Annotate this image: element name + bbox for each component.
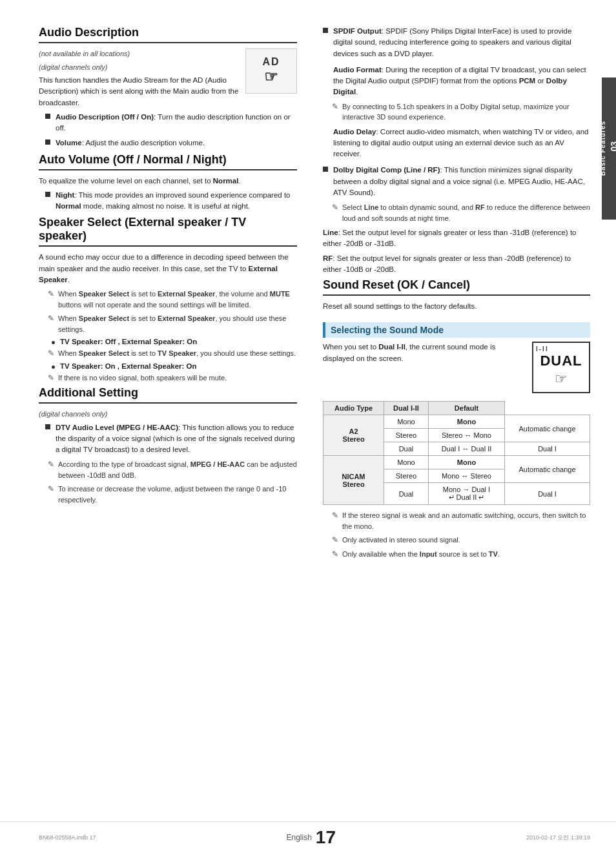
audio-format-note: ✎ By connecting to 5.1ch speakers in a D… bbox=[323, 101, 590, 123]
note-pencil-icon: ✎ bbox=[48, 373, 54, 382]
audio-description-title: Audio Description bbox=[39, 26, 297, 43]
additional-sub-note-2-text: To increase or decrease the volume, adju… bbox=[58, 484, 297, 505]
dual-image: I-II DUAL ☞ bbox=[532, 342, 590, 393]
additional-bullet-1: DTV Audio Level (MPEG / HE-AAC): This fu… bbox=[39, 422, 297, 456]
ad-hand-icon: ☞ bbox=[264, 68, 278, 86]
note-pencil-icon: ✎ bbox=[48, 289, 54, 298]
note-pencil-icon: ✎ bbox=[48, 314, 54, 323]
table-note-3-text: Only available when the Input source is … bbox=[342, 549, 590, 560]
note-pencil-icon: ✎ bbox=[48, 349, 54, 358]
section-speaker-select: Speaker Select (External speaker / TV sp… bbox=[39, 216, 297, 383]
page-number-section: English 17 bbox=[286, 827, 336, 848]
note-pencil-icon: ✎ bbox=[332, 203, 338, 212]
table-cell-automatic: Automatic change bbox=[505, 415, 590, 442]
speaker-select-title: Speaker Select (External speaker / TV sp… bbox=[39, 216, 297, 247]
av-bullet-1: Night: This mode provides an improved so… bbox=[39, 190, 297, 212]
section-additional-setting: Additional Setting (digital channels onl… bbox=[39, 386, 297, 505]
note-pencil-icon: ✎ bbox=[48, 460, 54, 469]
bullet-square-icon bbox=[45, 192, 50, 197]
table-cell-nicam-automatic: Automatic change bbox=[505, 456, 590, 483]
chapter-tab: 03 Basic Features bbox=[602, 77, 616, 220]
table-note-1-text: If the stereo signal is weak and an auto… bbox=[342, 510, 590, 531]
table-row: NICAMStereo Mono Mono Automatic change bbox=[323, 456, 590, 469]
additional-note: (digital channels only) bbox=[39, 409, 297, 420]
table-cell-nicam-dual-dual: Mono → Dual I↵ Dual II ↵ bbox=[428, 483, 504, 505]
main-content: Audio Description AD ☞ (not available in… bbox=[0, 0, 616, 821]
section-spdif: SPDIF Output: SPDIF (Sony Philips Digita… bbox=[323, 26, 590, 159]
table-cell-mono-type: Mono bbox=[384, 415, 429, 429]
additional-setting-title: Additional Setting bbox=[39, 386, 297, 404]
dolby-bullet: Dolby Digital Comp (Line / RF): This fun… bbox=[323, 165, 590, 198]
spdif-bullet: SPDIF Output: SPDIF (Sony Philips Digita… bbox=[323, 26, 590, 59]
ad-bullet-1: Audio Description (Off / On): Turn the a… bbox=[39, 112, 297, 134]
audio-table: Audio Type Dual I-II Default A2Stereo Mo… bbox=[323, 401, 590, 505]
table-row: A2Stereo Mono Mono Automatic change bbox=[323, 415, 590, 429]
table-header-dual: Dual I-II bbox=[384, 402, 429, 415]
note-pencil-icon: ✎ bbox=[332, 511, 338, 520]
table-cell-nicam-stereo-type: Stereo bbox=[384, 469, 429, 483]
sound-mode-title: Selecting the Sound Mode bbox=[323, 322, 590, 338]
ad-bullet-1-text: Audio Description (Off / On): Turn the a… bbox=[56, 112, 297, 134]
audio-format-note-text: By connecting to 5.1ch speakers in a Dol… bbox=[342, 101, 590, 123]
additional-sub-note-2: ✎ To increase or decrease the volume, ad… bbox=[39, 484, 297, 505]
speaker-note-1: ✎ When Speaker Select is set to External… bbox=[39, 289, 297, 310]
additional-sub-note-1: ✎ According to the type of broadcast sig… bbox=[39, 459, 297, 480]
table-note-3: ✎ Only available when the Input source i… bbox=[323, 549, 590, 560]
left-column: Audio Description AD ☞ (not available in… bbox=[39, 26, 316, 802]
table-note-1: ✎ If the stereo signal is weak and an au… bbox=[323, 510, 590, 531]
bullet-square-icon bbox=[323, 28, 328, 33]
dual-main-label: DUAL bbox=[540, 353, 582, 369]
chapter-label: Basic Features bbox=[599, 121, 606, 176]
audio-delay-text: Audio Delay: Correct audio-video mismatc… bbox=[333, 127, 590, 160]
table-cell-stereo-type: Stereo bbox=[384, 429, 429, 442]
dot-bullet-icon bbox=[52, 341, 55, 344]
note-pencil-icon: ✎ bbox=[332, 550, 338, 559]
speaker-note-4-text: If there is no video signal, both speake… bbox=[58, 373, 297, 384]
table-cell-dual-type: Dual bbox=[384, 442, 429, 456]
spdif-text: SPDIF Output: SPDIF (Sony Philips Digita… bbox=[333, 26, 590, 59]
right-column: SPDIF Output: SPDIF (Sony Philips Digita… bbox=[316, 26, 590, 802]
page-container: 03 Basic Features Audio Description AD ☞… bbox=[0, 0, 616, 853]
table-cell-nicam-mono-dual: Mono bbox=[428, 456, 504, 469]
dolby-note: ✎ Select Line to obtain dynamic sound, a… bbox=[323, 202, 590, 223]
bullet-square-icon bbox=[45, 139, 50, 145]
bullet-square-icon bbox=[45, 424, 50, 429]
dolby-text: Dolby Digital Comp (Line / RF): This fun… bbox=[333, 165, 590, 198]
bullet-square-icon bbox=[45, 114, 50, 119]
table-cell-dual-default: Dual I bbox=[505, 442, 590, 456]
sound-reset-title: Sound Reset (OK / Cancel) bbox=[323, 278, 590, 296]
table-cell-nicam: NICAMStereo bbox=[323, 456, 384, 505]
speaker-note-2: ✎ When Speaker Select is set to External… bbox=[39, 313, 297, 334]
note-pencil-icon: ✎ bbox=[48, 484, 54, 493]
auto-volume-intro: To equalize the volume level on each cha… bbox=[39, 176, 297, 187]
page-footer: BN68-02558A.indb 17 English 17 2010-02-1… bbox=[0, 821, 616, 853]
page-label: English bbox=[286, 833, 311, 842]
table-cell-nicam-stereo-dual: Mono ↔ Stereo bbox=[428, 469, 504, 483]
sound-reset-text: Reset all sound settings to the factory … bbox=[323, 301, 590, 312]
ad-bullet-2: Volume: Adjust the audio description vol… bbox=[39, 138, 297, 149]
speaker-note-3-text: When Speaker Select is set to TV Speaker… bbox=[58, 348, 297, 359]
table-cell-nicam-dual-type: Dual bbox=[384, 483, 429, 505]
table-note-2: ✎ Only activated in stereo sound signal. bbox=[323, 535, 590, 546]
dual-hand-icon: ☞ bbox=[555, 371, 568, 387]
ad-bullet-2-text: Volume: Adjust the audio description vol… bbox=[56, 138, 297, 149]
ad-image: AD ☞ bbox=[245, 48, 297, 94]
table-header-default: Default bbox=[428, 402, 504, 415]
line-text: Line: Set the output level for signals g… bbox=[323, 227, 590, 250]
section-sound-mode: Selecting the Sound Mode I-II DUAL ☞ Whe… bbox=[323, 322, 590, 559]
section-sound-reset: Sound Reset (OK / Cancel) Reset all soun… bbox=[323, 278, 590, 312]
dual-top-label: I-II bbox=[536, 345, 549, 353]
audio-format-text: Audio Format: During the reception of a … bbox=[333, 65, 590, 98]
auto-volume-title: Auto Volume (Off / Normal / Night) bbox=[39, 153, 297, 170]
footer-right-text: 2010-02-17 오전 1:39:19 bbox=[526, 834, 590, 842]
note-pencil-icon: ✎ bbox=[332, 535, 338, 544]
speaker-note-4: ✎ If there is no video signal, both spea… bbox=[39, 373, 297, 384]
section-audio-description: Audio Description AD ☞ (not available in… bbox=[39, 26, 297, 149]
footer-left-text: BN68-02558A.indb 17 bbox=[39, 834, 96, 841]
additional-sub-note-1-text: According to the type of broadcast signa… bbox=[58, 459, 297, 480]
speaker-intro: A sound echo may occur due to a differen… bbox=[39, 252, 297, 285]
table-cell-mono-dual: Mono bbox=[428, 415, 504, 429]
table-cell-a2stereo: A2Stereo bbox=[323, 415, 384, 456]
additional-bullet-1-text: DTV Audio Level (MPEG / HE-AAC): This fu… bbox=[56, 422, 297, 456]
note-pencil-icon: ✎ bbox=[332, 102, 338, 111]
